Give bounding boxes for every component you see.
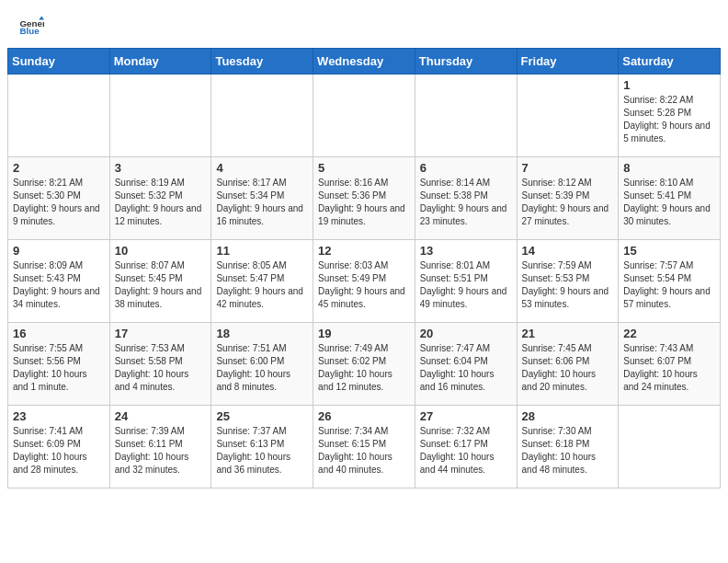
weekday-monday: Monday <box>109 49 211 75</box>
day-info: Sunrise: 8:01 AM Sunset: 5:51 PM Dayligh… <box>420 259 512 311</box>
day-info: Sunrise: 7:45 AM Sunset: 6:06 PM Dayligh… <box>522 342 614 394</box>
day-cell: 25Sunrise: 7:37 AM Sunset: 6:13 PM Dayli… <box>211 406 313 488</box>
week-row-5: 23Sunrise: 7:41 AM Sunset: 6:09 PM Dayli… <box>8 406 721 488</box>
day-number: 10 <box>115 244 207 258</box>
day-cell: 9Sunrise: 8:09 AM Sunset: 5:43 PM Daylig… <box>8 240 110 323</box>
day-info: Sunrise: 8:10 AM Sunset: 5:41 PM Dayligh… <box>623 177 715 228</box>
day-info: Sunrise: 7:53 AM Sunset: 5:58 PM Dayligh… <box>115 342 207 394</box>
calendar-table: SundayMondayTuesdayWednesdayThursdayFrid… <box>7 48 721 488</box>
day-cell: 13Sunrise: 8:01 AM Sunset: 5:51 PM Dayli… <box>415 240 517 323</box>
day-cell: 3Sunrise: 8:19 AM Sunset: 5:32 PM Daylig… <box>109 157 211 240</box>
logo-icon: General Blue <box>18 15 44 40</box>
day-cell: 2Sunrise: 8:21 AM Sunset: 5:30 PM Daylig… <box>8 157 110 240</box>
day-cell: 20Sunrise: 7:47 AM Sunset: 6:04 PM Dayli… <box>415 323 517 406</box>
day-number: 21 <box>522 327 614 340</box>
day-cell <box>211 75 313 157</box>
day-info: Sunrise: 8:22 AM Sunset: 5:28 PM Dayligh… <box>623 94 715 145</box>
day-number: 16 <box>13 327 105 340</box>
day-cell: 22Sunrise: 7:43 AM Sunset: 6:07 PM Dayli… <box>619 323 721 406</box>
day-number: 23 <box>13 409 105 423</box>
svg-text:Blue: Blue <box>19 26 40 36</box>
day-number: 25 <box>216 409 308 423</box>
day-number: 8 <box>623 161 715 175</box>
day-info: Sunrise: 7:37 AM Sunset: 6:13 PM Dayligh… <box>216 425 308 477</box>
day-info: Sunrise: 8:14 AM Sunset: 5:38 PM Dayligh… <box>420 177 512 228</box>
day-info: Sunrise: 7:41 AM Sunset: 6:09 PM Dayligh… <box>13 425 105 477</box>
day-number: 3 <box>115 161 207 175</box>
day-number: 18 <box>216 327 308 340</box>
day-number: 15 <box>623 244 715 258</box>
day-cell <box>619 406 721 488</box>
weekday-wednesday: Wednesday <box>313 49 415 75</box>
day-cell: 23Sunrise: 7:41 AM Sunset: 6:09 PM Dayli… <box>8 406 110 488</box>
day-info: Sunrise: 7:51 AM Sunset: 6:00 PM Dayligh… <box>216 342 308 394</box>
weekday-tuesday: Tuesday <box>211 49 313 75</box>
day-cell: 5Sunrise: 8:16 AM Sunset: 5:36 PM Daylig… <box>313 157 415 240</box>
day-number: 12 <box>318 244 410 258</box>
day-cell: 6Sunrise: 8:14 AM Sunset: 5:38 PM Daylig… <box>415 157 517 240</box>
day-number: 11 <box>216 244 308 258</box>
day-cell: 1Sunrise: 8:22 AM Sunset: 5:28 PM Daylig… <box>619 75 721 157</box>
day-cell <box>415 75 517 157</box>
day-info: Sunrise: 7:47 AM Sunset: 6:04 PM Dayligh… <box>420 342 512 394</box>
day-info: Sunrise: 7:57 AM Sunset: 5:54 PM Dayligh… <box>623 259 715 311</box>
day-cell <box>109 75 211 157</box>
day-info: Sunrise: 8:21 AM Sunset: 5:30 PM Dayligh… <box>13 177 105 228</box>
page-header: General Blue <box>0 0 728 48</box>
day-info: Sunrise: 8:03 AM Sunset: 5:49 PM Dayligh… <box>318 259 410 311</box>
day-cell: 15Sunrise: 7:57 AM Sunset: 5:54 PM Dayli… <box>619 240 721 323</box>
day-info: Sunrise: 7:34 AM Sunset: 6:15 PM Dayligh… <box>318 425 410 477</box>
day-info: Sunrise: 7:30 AM Sunset: 6:18 PM Dayligh… <box>522 425 614 477</box>
day-number: 20 <box>420 327 512 340</box>
weekday-sunday: Sunday <box>8 49 110 75</box>
day-info: Sunrise: 7:49 AM Sunset: 6:02 PM Dayligh… <box>318 342 410 394</box>
calendar-body: 1Sunrise: 8:22 AM Sunset: 5:28 PM Daylig… <box>8 75 721 488</box>
day-number: 24 <box>115 409 207 423</box>
day-info: Sunrise: 8:17 AM Sunset: 5:34 PM Dayligh… <box>216 177 308 228</box>
day-cell: 12Sunrise: 8:03 AM Sunset: 5:49 PM Dayli… <box>313 240 415 323</box>
day-info: Sunrise: 8:05 AM Sunset: 5:47 PM Dayligh… <box>216 259 308 311</box>
day-number: 9 <box>13 244 105 258</box>
day-number: 17 <box>115 327 207 340</box>
day-info: Sunrise: 7:43 AM Sunset: 6:07 PM Dayligh… <box>623 342 715 394</box>
calendar-header: SundayMondayTuesdayWednesdayThursdayFrid… <box>8 49 721 75</box>
day-number: 19 <box>318 327 410 340</box>
weekday-thursday: Thursday <box>415 49 517 75</box>
day-number: 1 <box>623 78 715 92</box>
day-cell: 14Sunrise: 7:59 AM Sunset: 5:53 PM Dayli… <box>517 240 619 323</box>
day-cell: 11Sunrise: 8:05 AM Sunset: 5:47 PM Dayli… <box>211 240 313 323</box>
day-cell: 19Sunrise: 7:49 AM Sunset: 6:02 PM Dayli… <box>313 323 415 406</box>
logo: General Blue <box>18 15 44 40</box>
weekday-header-row: SundayMondayTuesdayWednesdayThursdayFrid… <box>8 49 721 75</box>
day-number: 7 <box>522 161 614 175</box>
day-info: Sunrise: 8:07 AM Sunset: 5:45 PM Dayligh… <box>115 259 207 311</box>
day-cell: 7Sunrise: 8:12 AM Sunset: 5:39 PM Daylig… <box>517 157 619 240</box>
week-row-4: 16Sunrise: 7:55 AM Sunset: 5:56 PM Dayli… <box>8 323 721 406</box>
day-info: Sunrise: 8:12 AM Sunset: 5:39 PM Dayligh… <box>522 177 614 228</box>
day-cell: 16Sunrise: 7:55 AM Sunset: 5:56 PM Dayli… <box>8 323 110 406</box>
day-cell: 17Sunrise: 7:53 AM Sunset: 5:58 PM Dayli… <box>109 323 211 406</box>
day-cell: 26Sunrise: 7:34 AM Sunset: 6:15 PM Dayli… <box>313 406 415 488</box>
day-info: Sunrise: 7:39 AM Sunset: 6:11 PM Dayligh… <box>115 425 207 477</box>
day-info: Sunrise: 8:16 AM Sunset: 5:36 PM Dayligh… <box>318 177 410 228</box>
day-cell <box>8 75 110 157</box>
day-cell <box>313 75 415 157</box>
day-cell: 27Sunrise: 7:32 AM Sunset: 6:17 PM Dayli… <box>415 406 517 488</box>
day-number: 5 <box>318 161 410 175</box>
day-number: 2 <box>13 161 105 175</box>
week-row-3: 9Sunrise: 8:09 AM Sunset: 5:43 PM Daylig… <box>8 240 721 323</box>
day-number: 26 <box>318 409 410 423</box>
day-number: 4 <box>216 161 308 175</box>
day-number: 28 <box>522 409 614 423</box>
day-info: Sunrise: 7:32 AM Sunset: 6:17 PM Dayligh… <box>420 425 512 477</box>
weekday-saturday: Saturday <box>619 49 721 75</box>
day-cell: 28Sunrise: 7:30 AM Sunset: 6:18 PM Dayli… <box>517 406 619 488</box>
day-info: Sunrise: 8:19 AM Sunset: 5:32 PM Dayligh… <box>115 177 207 228</box>
day-cell: 8Sunrise: 8:10 AM Sunset: 5:41 PM Daylig… <box>619 157 721 240</box>
day-number: 14 <box>522 244 614 258</box>
week-row-1: 1Sunrise: 8:22 AM Sunset: 5:28 PM Daylig… <box>8 75 721 157</box>
day-cell: 4Sunrise: 8:17 AM Sunset: 5:34 PM Daylig… <box>211 157 313 240</box>
day-number: 6 <box>420 161 512 175</box>
week-row-2: 2Sunrise: 8:21 AM Sunset: 5:30 PM Daylig… <box>8 157 721 240</box>
day-info: Sunrise: 7:59 AM Sunset: 5:53 PM Dayligh… <box>522 259 614 311</box>
